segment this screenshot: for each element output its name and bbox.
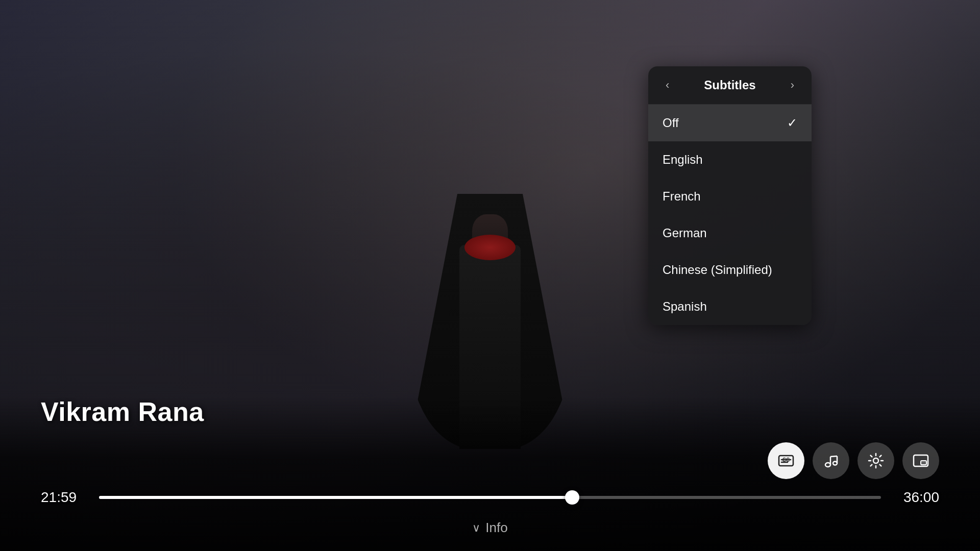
subtitle-option-chinese-simplified[interactable]: Chinese (Simplified) xyxy=(648,252,812,288)
info-label: Info xyxy=(485,520,507,536)
subtitle-option-english-label: English xyxy=(663,153,703,167)
pip-icon xyxy=(913,453,929,469)
info-row: ∨ Info xyxy=(41,515,939,536)
subtitles-panel: ‹ Subtitles › Off ✓ English French Germa… xyxy=(648,66,812,325)
music-icon xyxy=(823,453,839,469)
panel-header: ‹ Subtitles › xyxy=(648,66,812,105)
subtitle-option-spanish-label: Spanish xyxy=(663,299,707,314)
svg-point-4 xyxy=(825,463,830,467)
subtitle-option-spanish[interactable]: Spanish xyxy=(648,288,812,325)
pip-button[interactable] xyxy=(902,442,939,479)
settings-button[interactable] xyxy=(857,442,894,479)
svg-rect-11 xyxy=(921,461,926,465)
current-time: 21:59 xyxy=(41,489,87,506)
svg-point-9 xyxy=(873,458,878,463)
subtitle-option-german[interactable]: German xyxy=(648,215,812,252)
progress-row: 21:59 36:00 xyxy=(41,489,939,506)
subtitle-button[interactable]: CC xyxy=(768,442,804,479)
progress-bar-fill xyxy=(99,496,572,499)
progress-thumb[interactable] xyxy=(565,490,579,505)
audio-button[interactable] xyxy=(813,442,849,479)
controls-row: CC xyxy=(41,442,939,479)
subtitle-option-off[interactable]: Off ✓ xyxy=(648,105,812,141)
info-chevron-icon: ∨ xyxy=(472,521,480,535)
svg-line-8 xyxy=(830,456,837,457)
end-time: 36:00 xyxy=(893,489,939,506)
progress-bar[interactable] xyxy=(99,495,881,499)
panel-title: Subtitles xyxy=(704,78,755,92)
movie-title: Vikram Rana xyxy=(41,396,939,427)
panel-next-button[interactable]: › xyxy=(786,77,799,94)
panel-prev-button[interactable]: ‹ xyxy=(660,77,674,94)
figure-scarf xyxy=(464,235,516,260)
subtitle-checkmark-off: ✓ xyxy=(787,116,797,130)
svg-text:CC: CC xyxy=(782,457,790,463)
subtitle-option-off-label: Off xyxy=(663,116,679,130)
subtitle-option-french-label: French xyxy=(663,189,701,204)
subtitle-option-chinese-label: Chinese (Simplified) xyxy=(663,263,772,277)
subtitle-option-english[interactable]: English xyxy=(648,141,812,178)
controls-overlay: Vikram Rana CC xyxy=(0,396,980,551)
subtitle-option-french[interactable]: French xyxy=(648,178,812,215)
gear-icon xyxy=(868,453,884,469)
subtitle-icon: CC xyxy=(778,453,794,469)
subtitle-option-german-label: German xyxy=(663,226,707,240)
